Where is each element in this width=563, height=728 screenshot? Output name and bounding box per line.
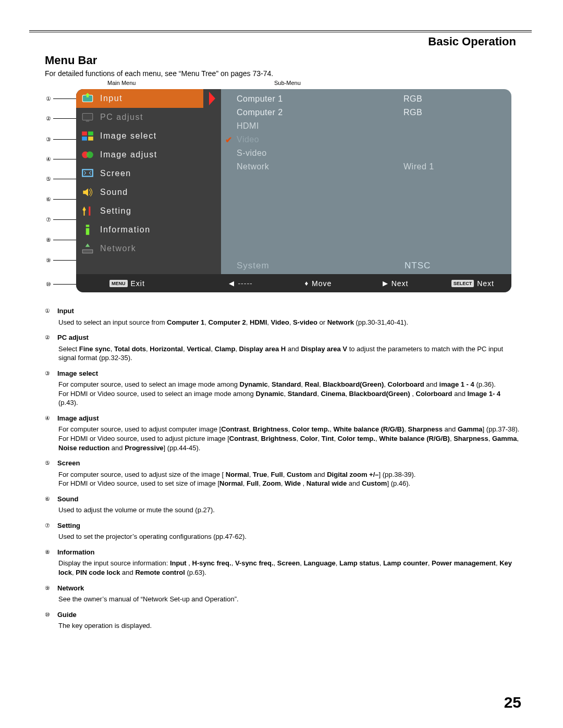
sub-menu-label: Sub-Menu <box>274 80 301 86</box>
leader-num-7: ⑦ <box>45 216 52 223</box>
sub-hdmi[interactable]: HDMI <box>221 119 511 133</box>
desc-item: ②PC adjustSelect Fine sync, Total dots, … <box>45 333 521 366</box>
desc-head: Screen <box>57 459 521 468</box>
desc-item: ①InputUsed to select an input source fro… <box>45 306 521 330</box>
page-title: Menu Bar <box>45 54 521 67</box>
menu-image-select-label: Image select <box>100 131 157 141</box>
left-arrow-icon: ◀ <box>229 279 235 287</box>
sub-menu: Computer 1RGB Computer 2RGB HDMI ✔Video … <box>221 89 511 274</box>
menu-information[interactable]: Information <box>76 220 221 239</box>
desc-num: ⑧ <box>45 548 57 581</box>
leader-num-8: ⑧ <box>45 237 52 243</box>
input-icon <box>80 91 95 106</box>
menu-setting[interactable]: Setting <box>76 202 221 220</box>
menu-pc-adjust[interactable]: PC adjust <box>76 108 221 127</box>
svg-rect-12 <box>86 228 90 235</box>
menu-sound[interactable]: Sound <box>76 183 221 202</box>
right-arrow-icon: ▶ <box>383 279 388 287</box>
desc-head: Setting <box>57 521 521 530</box>
sub-network[interactable]: NetworkWired 1 <box>221 160 511 174</box>
sub-computer1[interactable]: Computer 1RGB <box>221 92 511 106</box>
menu-sound-label: Sound <box>100 188 128 197</box>
page-number: 25 <box>504 694 521 711</box>
desc-head: PC adjust <box>57 333 521 342</box>
svg-rect-9 <box>82 169 93 176</box>
osd-screenshot: Input PC adjust Image select Image adjus… <box>76 89 511 292</box>
sub-svideo[interactable]: S-video <box>221 146 511 160</box>
guide-bar: MENUExit ◀----- ♦Move ▶Next SELECTNext <box>76 274 511 292</box>
sub-video[interactable]: ✔Video <box>221 133 511 146</box>
svg-rect-6 <box>88 137 93 141</box>
desc-text: Display the input source information: In… <box>58 559 521 577</box>
desc-num: ① <box>45 306 57 330</box>
desc-text: For computer source, used to adjust comp… <box>58 425 521 452</box>
desc-item: ⑤ScreenFor computer source, used to adju… <box>45 459 521 491</box>
guide-exit[interactable]: MENUExit <box>76 279 202 288</box>
svg-rect-5 <box>82 137 87 141</box>
desc-num: ⑥ <box>45 495 57 518</box>
leader-num-9: ⑨ <box>45 257 52 264</box>
main-menu: Input PC adjust Image select Image adjus… <box>76 89 221 274</box>
pc-adjust-icon <box>80 110 95 125</box>
svg-rect-10 <box>89 206 90 215</box>
menu-image-select[interactable]: Image select <box>76 127 221 145</box>
desc-text: Select Fine sync, Total dots, Horizontal… <box>58 344 521 363</box>
menu-network-label: Network <box>100 244 136 253</box>
leader-num-5: ⑤ <box>45 176 52 182</box>
select-tag: SELECT <box>451 280 474 287</box>
desc-num: ⑤ <box>45 459 57 491</box>
desc-text: For computer source, used to adjust size… <box>58 470 521 488</box>
menu-network[interactable]: Network <box>76 239 221 258</box>
desc-head: Information <box>57 548 521 557</box>
desc-num: ② <box>45 333 57 366</box>
desc-text: The key operation is displayed. <box>58 621 521 631</box>
check-icon: ✔ <box>225 135 232 145</box>
guide-move[interactable]: ♦Move <box>279 279 357 288</box>
guide-select[interactable]: SELECTNext <box>434 279 511 288</box>
menu-screen-label: Screen <box>100 169 131 178</box>
desc-head: Image select <box>57 369 521 378</box>
menu-tag: MENU <box>109 280 128 287</box>
sub-computer2[interactable]: Computer 2RGB <box>221 106 511 119</box>
leader-num-4: ④ <box>45 156 52 163</box>
section-head: Basic Operation <box>45 35 516 48</box>
svg-rect-4 <box>88 131 93 135</box>
svg-rect-2 <box>86 121 90 122</box>
desc-num: ④ <box>45 414 57 455</box>
menu-setting-label: Setting <box>100 206 131 216</box>
leader-num-1: ① <box>45 95 52 102</box>
image-adjust-icon <box>80 147 95 162</box>
top-rule <box>29 30 532 32</box>
desc-item: ③Image selectFor computer source, used t… <box>45 369 521 411</box>
menu-screen[interactable]: Screen <box>76 164 221 183</box>
screen-icon <box>80 166 95 181</box>
updown-arrow-icon: ♦ <box>304 279 309 287</box>
desc-head: Sound <box>57 495 521 504</box>
menu-image-adjust-label: Image adjust <box>100 150 157 159</box>
leader-num-10: ⑩ <box>45 281 52 288</box>
svg-rect-13 <box>82 250 93 253</box>
menu-image-adjust[interactable]: Image adjust <box>76 145 221 164</box>
setting-icon <box>80 204 95 218</box>
menu-information-label: Information <box>100 225 151 235</box>
desc-head: Input <box>57 306 521 316</box>
desc-item: ④Image adjustFor computer source, used t… <box>45 414 521 455</box>
leader-num-6: ⑥ <box>45 196 52 203</box>
chevron-right-icon <box>203 89 221 108</box>
svg-rect-11 <box>86 225 90 227</box>
desc-item: ⑨NetworkSee the owner’s manual of “Netwo… <box>45 584 521 607</box>
guide-next[interactable]: ▶Next <box>357 279 434 288</box>
menu-input[interactable]: Input <box>76 89 221 108</box>
desc-num: ⑩ <box>45 610 57 634</box>
svg-rect-1 <box>82 113 93 120</box>
desc-text: For computer source, used to select an i… <box>58 380 521 408</box>
main-menu-label: Main Menu <box>107 80 136 86</box>
image-select-icon <box>80 129 95 143</box>
desc-text: Used to adjust the volume or mute the so… <box>58 505 521 515</box>
desc-item: ⑩GuideThe key operation is displayed. <box>45 610 521 634</box>
desc-num: ③ <box>45 369 57 411</box>
leader-num-3: ③ <box>45 136 52 143</box>
desc-text: See the owner’s manual of “Network Set-u… <box>58 595 521 604</box>
system-row[interactable]: System NTSC <box>221 257 511 274</box>
guide-back[interactable]: ◀----- <box>202 279 279 288</box>
